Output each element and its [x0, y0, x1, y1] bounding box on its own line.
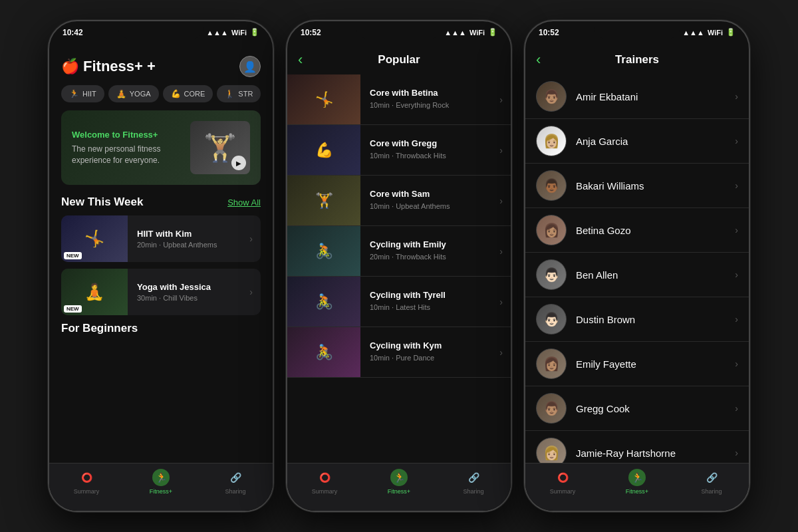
trainer-item-6[interactable]: 👩🏽 Emily Fayette ›	[525, 342, 749, 386]
pill-str[interactable]: 🚶 STR	[217, 85, 261, 102]
back-button-3[interactable]: ‹	[536, 51, 541, 68]
card-thumb-1: 🧘 NEW	[61, 269, 128, 315]
trainer-item-2[interactable]: 👨🏾 Bakari Williams ›	[525, 164, 749, 208]
tab-fitness-2[interactable]: 🏃 Fitness+	[362, 469, 436, 495]
trainer-avatar-4: 👨🏻	[536, 259, 567, 290]
hiit-icon: 🏃	[69, 89, 79, 98]
main-content-1: 🍎 Fitness++ 👤 🏃 HIIT 🧘 YOGA 💪 CORE	[49, 51, 273, 463]
list-item-0[interactable]: 🤸 Core with Betina 10min · Everything Ro…	[287, 74, 511, 125]
show-all-link[interactable]: Show All	[227, 198, 261, 207]
trainer-name-5: Dustin Brown	[576, 314, 726, 325]
fitness-icon-3: 🏃	[628, 469, 646, 486]
list-thumb-2: 🏋️	[287, 176, 360, 225]
list-info-2: Core with Sam 10min · Upbeat Anthems	[367, 184, 493, 217]
list-meta-2: 10min · Upbeat Anthems	[370, 201, 490, 211]
trainer-item-5[interactable]: 👨🏻 Dustin Brown ›	[525, 297, 749, 342]
battery-icon-2: 🔋	[488, 28, 497, 37]
str-icon: 🚶	[225, 89, 235, 98]
trainer-item-4[interactable]: 👨🏻 Ben Allen ›	[525, 253, 749, 297]
nav-title-3: Trainers	[536, 53, 738, 66]
card-title-0: HIIT with Kim	[137, 229, 240, 239]
list-item-2[interactable]: 🏋️ Core with Sam 10min · Upbeat Anthems …	[287, 176, 511, 226]
list-item-3[interactable]: 🚴 Cycling with Emily 20min · Throwback H…	[287, 226, 511, 277]
tab-sharing-2[interactable]: 🔗 Sharing	[436, 469, 511, 495]
back-button-2[interactable]: ‹	[298, 51, 303, 68]
tab-summary-1[interactable]: ⭕ Summary	[49, 469, 124, 495]
user-avatar[interactable]: 👤	[239, 56, 261, 77]
trainer-item-0[interactable]: 👨🏽 Amir Ekbatani ›	[525, 74, 749, 119]
trainer-item-7[interactable]: 👨🏽 Gregg Cook ›	[525, 386, 749, 431]
list-info-3: Cycling with Emily 20min · Throwback Hit…	[367, 234, 493, 267]
trainer-chevron-7: ›	[735, 403, 738, 414]
status-icons-3: ▲▲▲ WiFi 🔋	[682, 28, 735, 37]
tab-label-summary-1: Summary	[74, 488, 100, 495]
trainer-name-0: Amir Ekbatani	[576, 91, 726, 102]
trainer-item-1[interactable]: 👩🏼 Anja Garcia ›	[525, 119, 749, 164]
list-thumb-icon-0: 🤸	[315, 91, 333, 108]
tab-label-summary-3: Summary	[550, 488, 576, 495]
list-info-0: Core with Betina 10min · Everything Rock	[367, 82, 493, 116]
trainer-chevron-1: ›	[735, 136, 738, 146]
apple-icon: 🍎	[61, 58, 79, 75]
list-item-5[interactable]: 🚴 Cycling with Kym 10min · Pure Dance ›	[287, 327, 511, 378]
new-badge-1: NEW	[64, 305, 82, 313]
welcome-card[interactable]: Welcome to Fitness+ The new personal fit…	[61, 110, 261, 185]
tab-summary-2[interactable]: ⭕ Summary	[287, 469, 362, 495]
welcome-title: Welcome to Fitness+	[72, 130, 190, 140]
status-icons-2: ▲▲▲ WiFi 🔋	[444, 28, 497, 37]
time-2: 10:52	[301, 28, 321, 37]
list-thumb-0: 🤸	[287, 74, 360, 124]
core-icon: 💪	[171, 89, 181, 98]
play-button[interactable]: ▶	[231, 156, 246, 170]
list-thumb-icon-3: 🚴	[315, 243, 333, 260]
list-meta-3: 20min · Throwback Hits	[370, 252, 490, 262]
list-item-1[interactable]: 💪 Core with Gregg 10min · Throwback Hits…	[287, 125, 511, 176]
summary-icon-1: ⭕	[78, 469, 95, 486]
pill-core[interactable]: 💪 CORE	[163, 85, 213, 102]
pill-hiit[interactable]: 🏃 HIIT	[61, 85, 104, 102]
trainer-item-3[interactable]: 👩🏽 Betina Gozo ›	[525, 208, 749, 253]
chevron-1: ›	[249, 287, 261, 297]
tab-sharing-1[interactable]: 🔗 Sharing	[198, 469, 273, 495]
nav-header-2: ‹ Popular	[287, 51, 511, 74]
list-item-4[interactable]: 🚴 Cycling with Tyrell 10min · Latest Hit…	[287, 277, 511, 327]
trainer-name-8: Jamie-Ray Hartshorne	[576, 448, 726, 459]
list-chevron-2: ›	[499, 196, 511, 206]
list-title-1: Core with Gregg	[370, 138, 490, 148]
pill-yoga[interactable]: 🧘 YOGA	[108, 85, 159, 102]
trainer-item-8[interactable]: 👩🏼 Jamie-Ray Hartshorne ›	[525, 431, 749, 463]
wifi-icon-2: WiFi	[469, 29, 485, 37]
screen-3: ‹ Trainers 👨🏽 Amir Ekbatani › 👩🏼 Anja Ga…	[525, 51, 749, 511]
phone-3: 10:52 ▲▲▲ WiFi 🔋 ‹ Trainers 👨🏽 Amir Ekba…	[524, 20, 750, 512]
workout-card-1[interactable]: 🧘 NEW Yoga with Jessica 30min · Chill Vi…	[61, 269, 261, 315]
trainer-avatar-8: 👩🏼	[536, 438, 567, 463]
tab-label-sharing-3: Sharing	[701, 488, 722, 495]
screen-1: 🍎 Fitness++ 👤 🏃 HIIT 🧘 YOGA 💪 CORE	[49, 51, 273, 511]
tab-fitness-1[interactable]: 🏃 Fitness+	[124, 469, 198, 495]
list-chevron-4: ›	[499, 297, 511, 307]
list-thumb-icon-2: 🏋️	[315, 192, 333, 209]
tab-label-fitness-2: Fitness+	[388, 488, 410, 495]
status-icons-1: ▲▲▲ WiFi 🔋	[206, 28, 259, 37]
trainer-face-0: 👨🏽	[543, 88, 560, 104]
trainer-avatar-2: 👨🏾	[536, 170, 567, 201]
list-title-3: Cycling with Emily	[370, 239, 490, 249]
trainer-face-5: 👨🏻	[543, 311, 560, 327]
trainer-chevron-5: ›	[735, 314, 738, 325]
card-info-1: Yoga with Jessica 30min · Chill Vibes	[134, 277, 243, 307]
list-title-5: Cycling with Kym	[370, 340, 490, 350]
trainer-avatar-0: 👨🏽	[536, 81, 567, 112]
trainer-name-1: Anja Garcia	[576, 136, 726, 147]
main-content-3: ‹ Trainers 👨🏽 Amir Ekbatani › 👩🏼 Anja Ga…	[525, 51, 749, 463]
tab-summary-3[interactable]: ⭕ Summary	[525, 469, 600, 495]
tab-fitness-3[interactable]: 🏃 Fitness+	[600, 469, 674, 495]
list-meta-1: 10min · Throwback Hits	[370, 151, 490, 161]
workout-card-0[interactable]: 🤸 NEW HIIT with Kim 20min · Upbeat Anthe…	[61, 215, 261, 262]
trainer-face-7: 👨🏽	[543, 400, 560, 416]
section-title-beginners: For Beginners	[61, 322, 138, 334]
list-chevron-3: ›	[499, 246, 511, 257]
welcome-text: Welcome to Fitness+ The new personal fit…	[72, 130, 190, 166]
tab-sharing-3[interactable]: 🔗 Sharing	[674, 469, 749, 495]
summary-icon-2: ⭕	[316, 469, 333, 486]
list-title-2: Core with Sam	[370, 189, 490, 199]
